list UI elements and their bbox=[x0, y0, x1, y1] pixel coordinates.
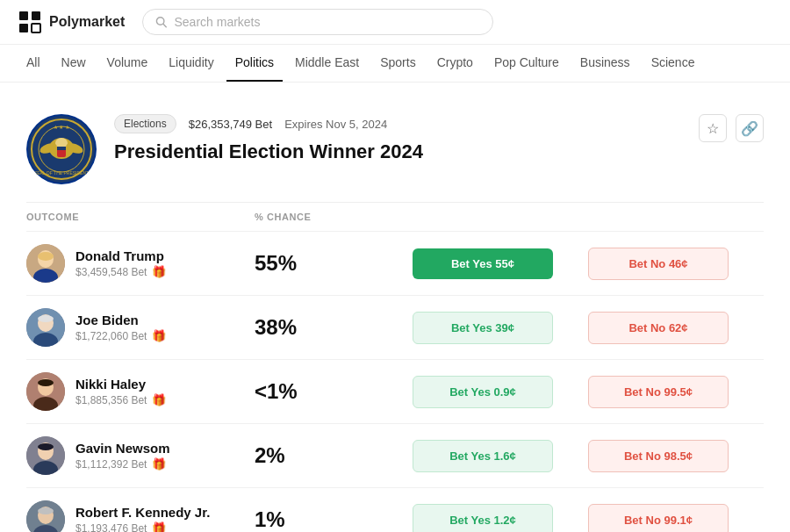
outcome-row-kennedy: Robert F. Kennedy Jr. $1,193,476 Bet 🎁 1… bbox=[26, 488, 764, 532]
col-yes-header bbox=[413, 212, 588, 222]
svg-text:★ ★ ★: ★ ★ ★ bbox=[54, 125, 69, 130]
nav-item-pop-culture[interactable]: Pop Culture bbox=[485, 45, 568, 82]
gift-icon-trump[interactable]: 🎁 bbox=[152, 265, 166, 278]
avatar-kennedy bbox=[26, 500, 65, 532]
gift-icon-newsom[interactable]: 🎁 bbox=[152, 457, 166, 471]
market-bet-total: $26,353,749 Bet bbox=[189, 118, 272, 131]
outcomes-table-header: OUTCOME % CHANCE bbox=[26, 203, 764, 232]
nav-item-volume[interactable]: Volume bbox=[98, 45, 157, 82]
logo-icon bbox=[18, 10, 42, 34]
market-logo: ★ ★ ★ SEAL OF THE PRESIDENT bbox=[26, 114, 97, 184]
newsom-chance: 2% bbox=[255, 443, 413, 468]
market-header: ★ ★ ★ SEAL OF THE PRESIDENT Elections $2… bbox=[26, 100, 764, 203]
col-chance-header: % CHANCE bbox=[255, 212, 413, 222]
logo-text: Polymarket bbox=[49, 14, 125, 30]
newsom-bet-yes-button[interactable]: Bet Yes 1.6¢ bbox=[413, 440, 553, 472]
trump-bet-no-button[interactable]: Bet No 46¢ bbox=[588, 248, 729, 280]
market-tag[interactable]: Elections bbox=[114, 114, 176, 133]
kennedy-bet-yes-col: Bet Yes 1.2¢ bbox=[413, 504, 588, 533]
person-biden: Joe Biden $1,722,060 Bet 🎁 bbox=[26, 308, 255, 347]
haley-bet-no-col: Bet No 99.5¢ bbox=[588, 376, 764, 408]
svg-rect-0 bbox=[19, 11, 28, 20]
outcome-row-newsom: Gavin Newsom $1,112,392 Bet 🎁 2% Bet Yes… bbox=[26, 424, 764, 488]
person-trump: Donald Trump $3,459,548 Bet 🎁 bbox=[26, 244, 255, 283]
person-newsom: Gavin Newsom $1,112,392 Bet 🎁 bbox=[26, 436, 255, 475]
link-icon: 🔗 bbox=[741, 120, 758, 137]
outcome-row-haley: Nikki Haley $1,885,356 Bet 🎁 <1% Bet Yes… bbox=[26, 360, 764, 424]
haley-chance: <1% bbox=[255, 379, 413, 404]
nav-item-science[interactable]: Science bbox=[643, 45, 704, 82]
newsom-bet-no-button[interactable]: Bet No 98.5¢ bbox=[588, 440, 729, 472]
main-content: ★ ★ ★ SEAL OF THE PRESIDENT Elections $2… bbox=[0, 83, 790, 532]
trump-bet-yes-col: Bet Yes 55¢ bbox=[413, 248, 588, 279]
nav-item-all[interactable]: All bbox=[18, 45, 49, 82]
header: Polymarket bbox=[0, 0, 790, 45]
newsom-bet-no-col: Bet No 98.5¢ bbox=[588, 440, 764, 472]
col-no-header bbox=[588, 212, 764, 222]
nav-item-sports[interactable]: Sports bbox=[371, 45, 424, 82]
svg-line-5 bbox=[163, 24, 166, 26]
market-meta: Elections $26,353,749 Bet Expires Nov 5,… bbox=[114, 114, 764, 133]
market-title: Presidential Election Winner 2024 bbox=[114, 140, 764, 163]
gift-icon-haley[interactable]: 🎁 bbox=[152, 393, 166, 406]
kennedy-bet: $1,193,476 Bet 🎁 bbox=[75, 521, 210, 532]
trump-bet-no-col: Bet No 46¢ bbox=[588, 248, 764, 280]
person-info-biden: Joe Biden $1,722,060 Bet 🎁 bbox=[75, 313, 166, 342]
svg-point-24 bbox=[38, 315, 54, 322]
biden-bet: $1,722,060 Bet 🎁 bbox=[75, 329, 166, 342]
link-button[interactable]: 🔗 bbox=[736, 114, 764, 142]
outcome-row-biden: Joe Biden $1,722,060 Bet 🎁 38% Bet Yes 3… bbox=[26, 296, 764, 360]
kennedy-bet-no-col: Bet No 99.1¢ bbox=[588, 504, 764, 533]
search-input[interactable] bbox=[174, 15, 480, 29]
newsom-name: Gavin Newsom bbox=[75, 441, 170, 456]
haley-bet-yes-button[interactable]: Bet Yes 0.9¢ bbox=[413, 376, 553, 408]
kennedy-bet-yes-button[interactable]: Bet Yes 1.2¢ bbox=[413, 504, 553, 533]
nav-item-business[interactable]: Business bbox=[571, 45, 639, 82]
newsom-bet-yes-col: Bet Yes 1.6¢ bbox=[413, 440, 588, 472]
market-actions: ☆ 🔗 bbox=[699, 114, 764, 142]
haley-bet: $1,885,356 Bet 🎁 bbox=[75, 393, 166, 406]
nav-item-new[interactable]: New bbox=[53, 45, 95, 82]
navigation: All New Volume Liquidity Politics Middle… bbox=[0, 45, 790, 83]
star-button[interactable]: ☆ bbox=[699, 114, 727, 142]
biden-chance: 38% bbox=[255, 315, 413, 340]
kennedy-bet-no-button[interactable]: Bet No 99.1¢ bbox=[588, 504, 729, 533]
nav-item-crypto[interactable]: Crypto bbox=[428, 45, 482, 82]
svg-text:SEAL OF THE PRESIDENT: SEAL OF THE PRESIDENT bbox=[34, 170, 89, 176]
svg-rect-2 bbox=[19, 24, 28, 32]
market-info: Elections $26,353,749 Bet Expires Nov 5,… bbox=[114, 114, 764, 163]
svg-rect-3 bbox=[32, 24, 40, 32]
svg-rect-1 bbox=[32, 11, 40, 20]
nav-item-middle-east[interactable]: Middle East bbox=[286, 45, 368, 82]
person-info-haley: Nikki Haley $1,885,356 Bet 🎁 bbox=[75, 377, 166, 406]
kennedy-name: Robert F. Kennedy Jr. bbox=[75, 505, 210, 520]
avatar-newsom bbox=[26, 436, 65, 475]
avatar-haley bbox=[26, 372, 65, 411]
gift-icon-kennedy[interactable]: 🎁 bbox=[152, 521, 166, 532]
svg-point-28 bbox=[38, 379, 54, 386]
nav-item-liquidity[interactable]: Liquidity bbox=[160, 45, 222, 82]
nav-item-politics[interactable]: Politics bbox=[226, 45, 283, 82]
person-info-trump: Donald Trump $3,459,548 Bet 🎁 bbox=[75, 248, 166, 278]
kennedy-chance: 1% bbox=[255, 507, 413, 532]
trump-chance: 55% bbox=[255, 251, 413, 276]
outcome-row-trump: Donald Trump $3,459,548 Bet 🎁 55% Bet Ye… bbox=[26, 232, 764, 296]
col-outcome-header: OUTCOME bbox=[26, 212, 255, 222]
haley-name: Nikki Haley bbox=[75, 377, 166, 392]
avatar-trump bbox=[26, 244, 65, 283]
trump-name: Donald Trump bbox=[75, 248, 166, 263]
svg-rect-14 bbox=[57, 147, 66, 150]
biden-bet-no-col: Bet No 62¢ bbox=[588, 312, 764, 344]
market-expires: Expires Nov 5, 2024 bbox=[284, 118, 387, 131]
biden-bet-no-button[interactable]: Bet No 62¢ bbox=[588, 312, 729, 344]
search-icon bbox=[155, 16, 167, 28]
trump-bet-yes-button[interactable]: Bet Yes 55¢ bbox=[413, 248, 553, 279]
gift-icon-biden[interactable]: 🎁 bbox=[152, 329, 166, 342]
biden-bet-yes-button[interactable]: Bet Yes 39¢ bbox=[413, 312, 553, 344]
biden-bet-yes-col: Bet Yes 39¢ bbox=[413, 312, 588, 344]
star-icon: ☆ bbox=[707, 120, 719, 137]
person-haley: Nikki Haley $1,885,356 Bet 🎁 bbox=[26, 372, 255, 411]
haley-bet-no-button[interactable]: Bet No 99.5¢ bbox=[588, 376, 729, 408]
search-bar[interactable] bbox=[142, 9, 493, 35]
person-kennedy: Robert F. Kennedy Jr. $1,193,476 Bet 🎁 bbox=[26, 500, 255, 532]
